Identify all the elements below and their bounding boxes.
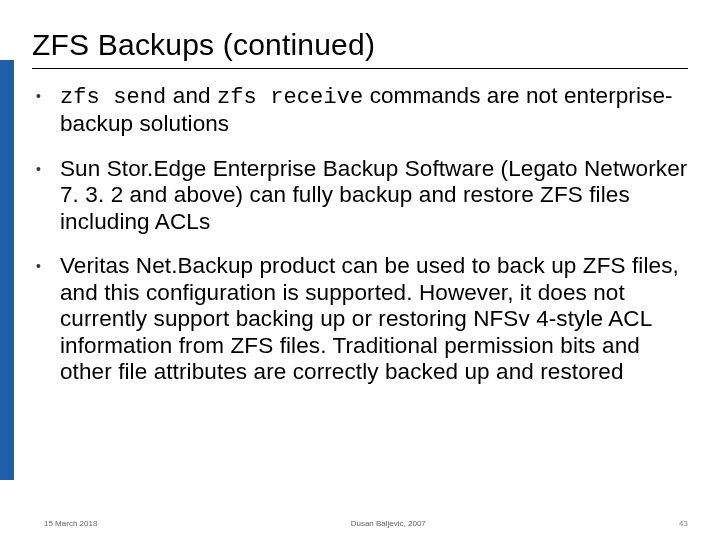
title-underline bbox=[32, 68, 688, 69]
slide-title: ZFS Backups (continued) bbox=[32, 28, 688, 62]
footer-author: Dusan Baljevic, 2007 bbox=[97, 519, 679, 528]
body-text: Veritas Net.Backup product can be used t… bbox=[60, 253, 679, 384]
bullet-item: zfs send and zfs receive commands are no… bbox=[32, 83, 688, 138]
bullet-list: zfs send and zfs receive commands are no… bbox=[32, 83, 688, 386]
footer-date: 15 March 2018 bbox=[44, 519, 97, 528]
body-text: Sun Stor.Edge Enterprise Backup Software… bbox=[60, 156, 687, 234]
code-text: zfs receive bbox=[217, 85, 363, 110]
slide-footer: 15 March 2018 Dusan Baljevic, 2007 43 bbox=[0, 519, 720, 528]
body-text: and bbox=[166, 83, 217, 108]
bullet-item: Veritas Net.Backup product can be used t… bbox=[32, 253, 688, 386]
bullet-item: Sun Stor.Edge Enterprise Backup Software… bbox=[32, 156, 688, 236]
slide-content: ZFS Backups (continued) zfs send and zfs… bbox=[0, 0, 720, 540]
code-text: zfs send bbox=[60, 85, 166, 110]
footer-page-number: 43 bbox=[679, 519, 688, 528]
